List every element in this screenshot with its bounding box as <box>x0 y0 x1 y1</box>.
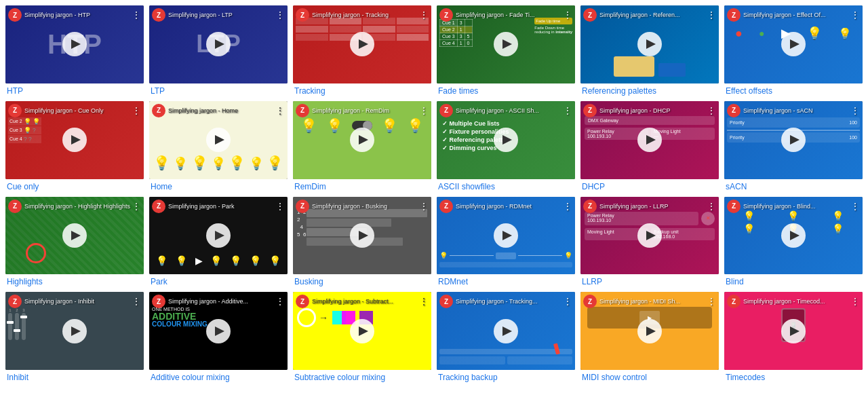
more-button-htp[interactable]: ⋮ <box>132 10 141 20</box>
play-button-remdim[interactable] <box>350 128 374 152</box>
play-button-sacn[interactable] <box>781 128 806 152</box>
channel-icon-highlight: Z <box>8 200 22 213</box>
thumbnail-home: 💡 💡 💡 💡 💡 💡 💡 Z Simplifying jargon - Hom… <box>149 101 288 179</box>
play-button-fade[interactable] <box>494 32 518 56</box>
more-button-cueonly[interactable]: ⋮ <box>132 105 141 116</box>
video-item-busking[interactable]: 1 2 2 4 5 6 Z Simplifying jargon - Buski… <box>293 197 431 287</box>
play-button-ascii[interactable] <box>494 128 518 152</box>
thumbnail-dhcp: DMX Gateway Power Relay100.193.10 Moving… <box>580 101 719 179</box>
more-button-ltp[interactable]: ⋮ <box>275 10 285 20</box>
video-label-subtractive: Subtractive colour mixing <box>293 373 431 382</box>
more-button-ref[interactable]: ⋮ <box>707 10 716 20</box>
more-button-effect[interactable]: ⋮ <box>850 10 860 20</box>
video-label-inhibit: Inhibit <box>5 373 144 382</box>
video-item-subtractive[interactable]: → Z Simplifying jargon - Subtract... ⋮ S… <box>293 292 431 382</box>
video-item-highlight[interactable]: Z Simplifying jargon - Highlight Highlig… <box>5 197 144 287</box>
video-item-ascii[interactable]: ✓ Multiple Cue lists ✓ Fixture personali… <box>437 101 575 191</box>
play-button-blind[interactable] <box>781 223 806 248</box>
video-label-park: Park <box>149 277 288 286</box>
video-item-inhibit[interactable]: 1 2 3 Z Simplifying jargon - Inhib <box>5 292 144 382</box>
channel-icon-ref: Z <box>583 8 597 22</box>
play-button-midi[interactable] <box>637 319 662 343</box>
more-button-remdim[interactable]: ⋮ <box>419 105 429 116</box>
more-button-midi[interactable]: ⋮ <box>707 296 716 307</box>
play-button-timecode[interactable] <box>781 319 806 343</box>
channel-icon-rdmnet: Z <box>439 200 453 213</box>
video-item-htp[interactable]: HTP Z Simplifying jargon - HTP ⋮ HTP <box>5 5 144 96</box>
more-button-highlight[interactable]: ⋮ <box>132 201 141 212</box>
more-button-blind[interactable]: ⋮ <box>850 201 860 212</box>
video-item-tracking[interactable]: Z Simplifying jargon - Tracking ⋮ Tracki… <box>293 5 431 96</box>
video-label-highlight: Highlights <box>5 277 144 286</box>
video-item-additive[interactable]: ONE METHOD IS ADDITIVE COLOUR MIXING Z S… <box>149 292 288 382</box>
play-button-additive[interactable] <box>206 319 231 343</box>
video-item-park[interactable]: 💡 💡 ▶ 💡 💡 💡 💡 Z Simplifying jargon - Par… <box>149 197 288 287</box>
play-button-trackingbackup[interactable] <box>494 319 518 343</box>
more-button-timecode[interactable]: ⋮ <box>850 296 860 307</box>
video-item-sacn[interactable]: Priority100 Priority100 Z Simplifying ja… <box>724 101 863 191</box>
more-button-sacn[interactable]: ⋮ <box>850 105 860 116</box>
video-item-midi[interactable]: ▶ Z Simplifying jargon - MIDI Sh... ⋮ MI… <box>580 292 719 382</box>
video-label-llrp: LLRP <box>580 277 719 286</box>
video-label-ltp: LTP <box>149 86 288 96</box>
more-button-park[interactable]: ⋮ <box>275 201 285 212</box>
channel-icon-midi: Z <box>583 295 597 308</box>
video-item-effect[interactable]: ● ● ▶ 💡 💡 Z Simplifying jargon - Effect … <box>724 5 863 96</box>
video-title-ref: Simplifying jargon - Referen... <box>599 12 707 18</box>
play-button-effect[interactable] <box>781 32 806 56</box>
video-title-rdmnet: Simplifying jargon - RDMnet <box>456 203 563 210</box>
play-button-cueonly[interactable] <box>62 128 87 152</box>
play-button-ref[interactable] <box>637 32 662 56</box>
play-button-park[interactable] <box>206 223 231 248</box>
channel-icon-timecode: Z <box>727 295 741 308</box>
more-button-tracking[interactable]: ⋮ <box>419 10 429 20</box>
video-title-effect: Simplifying jargon - Effect Of... <box>743 12 850 18</box>
video-item-ref[interactable]: Z Simplifying jargon - Referen... ⋮ Refe… <box>580 5 719 96</box>
thumbnail-park: 💡 💡 ▶ 💡 💡 💡 💡 Z Simplifying jargon - Par… <box>149 197 288 275</box>
more-button-ascii[interactable]: ⋮ <box>563 105 572 116</box>
more-button-subtractive[interactable]: ⋮ <box>419 296 429 307</box>
more-button-home[interactable]: ⋮ <box>275 105 285 116</box>
thumbnail-fade: Cue 13 Cue 21 Cue 335 Cue 410 Fade Up ti… <box>437 5 575 83</box>
video-item-llrp[interactable]: Power Relay100.193.10 ✕ Moving Light Bac… <box>580 197 719 287</box>
video-item-home[interactable]: 💡 💡 💡 💡 💡 💡 💡 Z Simplifying jargon - Hom… <box>149 101 288 191</box>
more-button-inhibit[interactable]: ⋮ <box>132 296 141 307</box>
video-label-additive: Additive colour mixing <box>149 373 288 382</box>
play-button-busking[interactable] <box>350 223 374 248</box>
video-title-fade: Simplifying jargon - Fade Ti... <box>456 12 563 18</box>
video-item-cueonly[interactable]: Cue 2💡💡 Cue 3💡? Cue 4?? Z Simplifying ja… <box>5 101 144 191</box>
video-item-remdim[interactable]: 💡 💡 💡 💡 Z Simplifying jargon - RemDim ⋮ … <box>293 101 431 191</box>
channel-icon-blind: Z <box>727 200 741 213</box>
play-button-home[interactable] <box>206 128 231 152</box>
video-title-tracking: Simplifying jargon - Tracking <box>312 12 419 18</box>
video-item-blind[interactable]: 💡 💡 💡 💡 💡 💡 Z Simplifying jargon - Blind… <box>724 197 863 287</box>
video-title-park: Simplifying jargon - Park <box>168 203 275 210</box>
video-item-ltp[interactable]: LTP Z Simplifying jargon - LTP ⋮ LTP <box>149 5 288 96</box>
video-title-highlight: Simplifying jargon - Highlight Highlight… <box>24 203 132 210</box>
play-button-highlight[interactable] <box>62 223 87 248</box>
more-button-busking[interactable]: ⋮ <box>419 201 429 212</box>
more-button-additive[interactable]: ⋮ <box>275 296 285 307</box>
channel-icon-additive: Z <box>152 295 165 308</box>
thumbnail-ascii: ✓ Multiple Cue lists ✓ Fixture personali… <box>437 101 575 179</box>
video-title-trackingbackup: Simplifying jargon - Tracking... <box>456 298 563 305</box>
play-button-inhibit[interactable] <box>62 319 87 343</box>
play-button-dhcp[interactable] <box>637 128 662 152</box>
play-button-subtractive[interactable] <box>350 319 374 343</box>
more-button-dhcp[interactable]: ⋮ <box>707 105 716 116</box>
channel-icon-dhcp: Z <box>583 104 597 117</box>
video-item-fade[interactable]: Cue 13 Cue 21 Cue 335 Cue 410 Fade Up ti… <box>437 5 575 96</box>
play-button-rdmnet[interactable] <box>494 223 518 248</box>
video-item-dhcp[interactable]: DMX Gateway Power Relay100.193.10 Moving… <box>580 101 719 191</box>
thumbnail-additive: ONE METHOD IS ADDITIVE COLOUR MIXING Z S… <box>149 292 288 370</box>
play-button-llrp[interactable] <box>637 223 662 248</box>
more-button-rdmnet[interactable]: ⋮ <box>563 201 572 212</box>
video-title-htp: Simplifying jargon - HTP <box>24 12 132 18</box>
video-item-timecode[interactable]: 📱 Z Simplifying jargon - Timecod... ⋮ Ti… <box>724 292 863 382</box>
video-item-trackingbackup[interactable]: Z Simplifying jargon - Tracking... ⋮ Tra… <box>437 292 575 382</box>
more-button-llrp[interactable]: ⋮ <box>707 201 716 212</box>
video-label-midi: MIDI show control <box>580 373 719 382</box>
more-button-trackingbackup[interactable]: ⋮ <box>563 296 572 307</box>
more-button-fade[interactable]: ⋮ <box>563 10 572 20</box>
video-item-rdmnet[interactable]: 💡 💡 Z Simplifying jargon - RDMnet ⋮ RDMn… <box>437 197 575 287</box>
